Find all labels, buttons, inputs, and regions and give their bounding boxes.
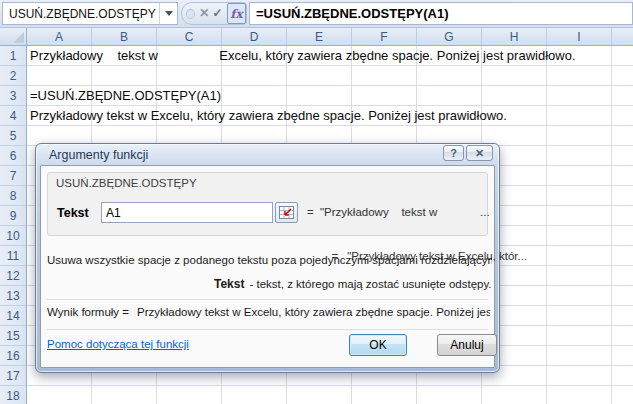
cancel-button[interactable]: Anuluj bbox=[437, 334, 497, 356]
name-box-value: USUŃ.ZBĘDNE.ODSTĘPY bbox=[3, 7, 159, 21]
column-header-h[interactable]: H bbox=[482, 28, 547, 45]
insert-function-button[interactable]: fx bbox=[227, 3, 246, 24]
name-box-dropdown-icon[interactable] bbox=[159, 3, 177, 24]
row-header-15[interactable]: 15 bbox=[0, 326, 26, 346]
formula-bar-dot-icon bbox=[186, 9, 195, 19]
row-header-6[interactable]: 6 bbox=[0, 146, 26, 166]
collapse-dialog-button[interactable] bbox=[275, 202, 298, 223]
row-header-17[interactable]: 17 bbox=[0, 366, 26, 386]
row-header-3[interactable]: 3 bbox=[0, 86, 26, 106]
select-all-corner[interactable] bbox=[0, 28, 27, 46]
dialog-content: USUŃ.ZBĘDNE.ODSTĘPY Tekst = "Przykładowy… bbox=[40, 165, 495, 368]
column-header-i[interactable]: I bbox=[547, 28, 612, 45]
collapse-dialog-icon bbox=[279, 206, 294, 219]
function-group-box: USUŃ.ZBĘDNE.ODSTĘPY Tekst = "Przykładowy… bbox=[47, 172, 488, 236]
dialog-title: Argumenty funkcji bbox=[49, 148, 148, 162]
dialog-help-button[interactable]: ? bbox=[443, 145, 464, 161]
function-arguments-dialog: Argumenty funkcji ? ✕ USUŃ.ZBĘDNE.ODSTĘP… bbox=[35, 143, 500, 373]
row-header-16[interactable]: 16 bbox=[0, 346, 26, 366]
formula-text: =USUŃ.ZBĘDNE.ODSTĘPY(A1) bbox=[256, 6, 449, 21]
dialog-close-button[interactable]: ✕ bbox=[466, 145, 493, 161]
row-header-7[interactable]: 7 bbox=[0, 166, 26, 186]
row-header-2[interactable]: 2 bbox=[0, 66, 26, 86]
row-header-13[interactable]: 13 bbox=[0, 286, 26, 306]
name-box[interactable]: USUŃ.ZBĘDNE.ODSTĘPY bbox=[2, 2, 178, 25]
column-headers: ABCDEFGHI bbox=[27, 28, 633, 46]
enter-entry-icon[interactable]: ✓ bbox=[211, 3, 224, 24]
row-header-11[interactable]: 11 bbox=[0, 246, 26, 266]
argument-help-line: Tekst- tekst, z którego mają zostać usun… bbox=[214, 277, 492, 291]
row-header-18[interactable]: 18 bbox=[0, 386, 26, 404]
row-header-5[interactable]: 5 bbox=[0, 126, 26, 146]
cell-a4-text[interactable]: Przykładowy tekst w Excelu, który zawier… bbox=[30, 106, 507, 126]
formula-result-label: Wynik formuły = bbox=[47, 306, 129, 318]
select-all-triangle-icon bbox=[13, 32, 24, 43]
function-help-link[interactable]: Pomoc dotycząca tej funkcji bbox=[47, 338, 189, 350]
row-header-12[interactable]: 12 bbox=[0, 266, 26, 286]
row-headers: 123456789101112131415161718 bbox=[0, 46, 27, 404]
argument-value-preview: "Przykładowy tekst w bbox=[320, 206, 437, 218]
formula-input[interactable]: =USUŃ.ZBĘDNE.ODSTĘPY(A1) bbox=[249, 2, 633, 25]
column-header-b[interactable]: B bbox=[92, 28, 157, 45]
cell-a3-text[interactable]: =USUŃ.ZBĘDNE.ODSTĘPY(A1) bbox=[30, 86, 221, 106]
text-argument-label: Tekst bbox=[57, 206, 89, 220]
formula-bar-strip: USUŃ.ZBĘDNE.ODSTĘPY ✕ ✓ fx =USUŃ.ZBĘDNE.… bbox=[0, 0, 633, 28]
argument-help-name: Tekst bbox=[214, 277, 244, 291]
equals-sign: = bbox=[307, 206, 314, 218]
formula-result-value: Przykładowy tekst w Excelu, który zawier… bbox=[137, 306, 490, 318]
column-header-c[interactable]: C bbox=[157, 28, 222, 45]
argument-preview-ellipsis: ... bbox=[480, 206, 490, 218]
row-header-10[interactable]: 10 bbox=[0, 226, 26, 246]
column-header-a[interactable]: A bbox=[27, 28, 92, 45]
ok-button[interactable]: OK bbox=[349, 334, 407, 356]
separator bbox=[47, 329, 488, 330]
cell-a1-text[interactable]: Przykładowy tekst w Excelu, który zawier… bbox=[30, 46, 576, 66]
column-header-g[interactable]: G bbox=[417, 28, 482, 45]
row-header-1[interactable]: 1 bbox=[0, 46, 26, 66]
text-argument-input[interactable] bbox=[101, 202, 273, 223]
column-header-f[interactable]: F bbox=[352, 28, 417, 45]
row-header-9[interactable]: 9 bbox=[0, 206, 26, 226]
function-description: Usuwa wszystkie spacje z podanego tekstu… bbox=[47, 254, 492, 266]
row-header-8[interactable]: 8 bbox=[0, 186, 26, 206]
function-name-label: USUŃ.ZBĘDNE.ODSTĘPY bbox=[56, 177, 197, 189]
column-header-partial[interactable] bbox=[612, 28, 633, 45]
cancel-entry-icon[interactable]: ✕ bbox=[198, 3, 210, 24]
excel-window: USUŃ.ZBĘDNE.ODSTĘPY ✕ ✓ fx =USUŃ.ZBĘDNE.… bbox=[0, 0, 633, 404]
argument-help-text: - tekst, z którego mają zostać usunięte … bbox=[249, 278, 491, 290]
formula-result-line: Wynik formuły =Przykładowy tekst w Excel… bbox=[47, 306, 490, 318]
row-header-14[interactable]: 14 bbox=[0, 306, 26, 326]
column-header-d[interactable]: D bbox=[222, 28, 287, 45]
separator bbox=[47, 299, 488, 300]
row-header-4[interactable]: 4 bbox=[0, 106, 26, 126]
column-header-e[interactable]: E bbox=[287, 28, 352, 45]
formula-buttons-group: ✕ ✓ fx bbox=[181, 2, 247, 25]
